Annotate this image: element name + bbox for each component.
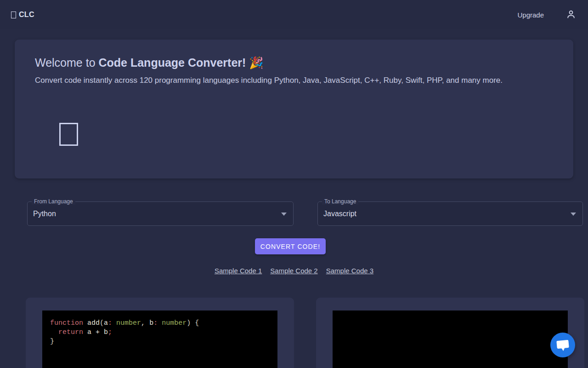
missing-glyph-box bbox=[59, 123, 78, 146]
from-language-label: From Language bbox=[32, 198, 75, 205]
convert-code-button[interactable]: CONVERT CODE! bbox=[255, 238, 326, 254]
to-language-select[interactable]: To Language Javascript bbox=[317, 201, 583, 226]
banner-title-appname: Code Language Converter! bbox=[98, 56, 246, 69]
navbar: CLC Upgrade bbox=[0, 0, 588, 29]
input-code-card: function add(a: number, b: number) { ret… bbox=[26, 298, 294, 368]
app-logo[interactable]: CLC bbox=[11, 11, 34, 19]
welcome-banner: Welcome to Code Language Converter! 🎉 Co… bbox=[15, 40, 573, 178]
account-button[interactable] bbox=[565, 9, 577, 21]
banner-title: Welcome to Code Language Converter! 🎉 bbox=[35, 56, 553, 69]
from-language-value: Python bbox=[33, 210, 56, 218]
output-code-card bbox=[316, 298, 584, 368]
sample-links-row: Sample Code 1 Sample Code 2 Sample Code … bbox=[0, 267, 588, 275]
app-logo-text: CLC bbox=[19, 11, 34, 19]
banner-title-prefix: Welcome to bbox=[35, 56, 98, 69]
output-code-editor[interactable] bbox=[333, 310, 568, 368]
to-language-value: Javascript bbox=[323, 210, 356, 218]
banner-subtitle: Convert code instantly across 120 progra… bbox=[35, 76, 553, 85]
input-code-editor[interactable]: function add(a: number, b: number) { ret… bbox=[42, 310, 277, 368]
sample-code-3-link[interactable]: Sample Code 3 bbox=[326, 267, 373, 275]
chat-bubble-icon bbox=[556, 340, 569, 349]
chevron-down-icon bbox=[281, 213, 287, 216]
chevron-down-icon bbox=[571, 213, 576, 216]
missing-glyph-icon bbox=[11, 12, 16, 18]
party-popper-emoji: 🎉 bbox=[246, 56, 263, 69]
chat-launcher-button[interactable] bbox=[550, 333, 575, 357]
sample-code-1-link[interactable]: Sample Code 1 bbox=[215, 267, 262, 275]
upgrade-link[interactable]: Upgrade bbox=[517, 11, 544, 19]
person-outline-icon bbox=[565, 9, 577, 20]
from-language-select[interactable]: From Language Python bbox=[27, 201, 294, 226]
sample-code-2-link[interactable]: Sample Code 2 bbox=[270, 267, 317, 275]
to-language-label: To Language bbox=[322, 198, 358, 205]
